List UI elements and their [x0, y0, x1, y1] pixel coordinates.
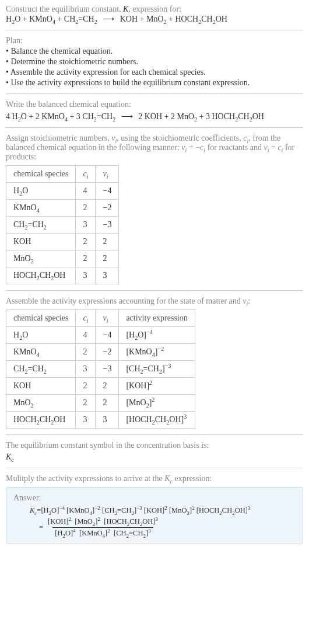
kc-text: The equilibrium constant symbol in the c… [6, 441, 303, 450]
intro-K: K [123, 5, 128, 13]
species-ch2ch2: CH2=CH2 [64, 15, 97, 23]
species-kmno4: KMnO4 [29, 15, 55, 23]
answer-box: Answer: Kc = [H2O]−4 [KMnO4]−2 [CH2=CH2]… [6, 487, 303, 544]
assemble-paragraph: Assemble the activity expressions accoun… [6, 297, 303, 306]
unbalanced-equation: H2O + KMnO4 + CH2=CH2 ⟶ KOH + MnO2 + HOC… [6, 14, 303, 24]
multiply-text: Mulitply the activity expressions to arr… [6, 474, 303, 483]
plan-item: • Determine the stoichiometric numbers. [6, 57, 303, 67]
intro-prompt: Construct the equilibrium constant, K, e… [6, 5, 303, 14]
balanced-equation: 4 H2O + 2 KMnO4 + 3 CH2=CH2 ⟶ 2 KOH + 2 … [6, 112, 303, 121]
intro-text-b: , expression for: [128, 5, 181, 13]
divider [6, 290, 303, 291]
species-koh: KOH [120, 15, 138, 23]
table-row: CH2=CH2 3 −3 [CH2=CH2]−3 [6, 361, 195, 378]
reaction-arrow-icon: ⟶ [118, 112, 136, 121]
species-h2o: H2O [6, 15, 20, 23]
species-hoch2ch2oh: HOCH2CH2OH [175, 15, 227, 23]
plan-item: • Balance the chemical equation. [6, 47, 303, 56]
species-mno2: MnO2 [146, 15, 167, 23]
table-row: CH2=CH2 3 −3 [6, 217, 119, 234]
table-row: HOCH2CH2OH 3 3 [6, 267, 119, 284]
stoich-table: chemical species ci νi H2O 4 −4 KMnO4 2 … [6, 165, 119, 284]
table-header-row: chemical species ci νi [6, 166, 119, 183]
divider [6, 127, 303, 128]
table-row: KMnO4 2 −2 [6, 200, 119, 217]
plan-item: • Assemble the activity expression for e… [6, 68, 303, 77]
divider [6, 93, 303, 94]
answer-equation-line2: = [KOH]2 [MnO2]2 [HOCH2CH2OH]3 [H2O]4 [K… [13, 517, 296, 538]
fraction: [KOH]2 [MnO2]2 [HOCH2CH2OH]3 [H2O]4 [KMn… [45, 517, 160, 538]
divider [6, 434, 303, 435]
plan-title: Plan: [6, 36, 303, 46]
kc-symbol: Kc [6, 452, 303, 462]
reaction-arrow-icon: ⟶ [99, 15, 118, 23]
plan-item: • Use the activity expressions to build … [6, 78, 303, 88]
activity-table: chemical species ci νi activity expressi… [6, 309, 195, 429]
divider [6, 468, 303, 468]
table-row: MnO2 2 2 [MnO2]2 [6, 395, 195, 412]
divider [6, 30, 303, 30]
balanced-prompt: Write the balanced chemical equation: [6, 100, 303, 109]
table-row: H2O 4 −4 [6, 183, 119, 200]
col-species: chemical species [6, 166, 76, 183]
table-row: KOH 2 2 [KOH]2 [6, 378, 195, 395]
table-row: HOCH2CH2OH 3 3 [HOCH2CH2OH]3 [6, 412, 195, 429]
col-ci: ci [76, 166, 96, 183]
intro-text-a: Construct the equilibrium constant, [6, 5, 123, 13]
table-row: MnO2 2 2 [6, 250, 119, 267]
table-row: KOH 2 2 [6, 234, 119, 250]
answer-label: Answer: [13, 493, 296, 503]
answer-equation-line1: Kc = [H2O]−4 [KMnO4]−2 [CH2=CH2]−3 [KOH]… [13, 506, 296, 515]
table-row: KMnO4 2 −2 [KMnO4]−2 [6, 344, 195, 361]
table-header-row: chemical species ci νi activity expressi… [6, 310, 195, 327]
col-nui: νi [96, 166, 119, 183]
assign-paragraph: Assign stoichiometric numbers, νi, using… [6, 134, 303, 162]
table-row: H2O 4 −4 [H2O]−4 [6, 327, 195, 344]
